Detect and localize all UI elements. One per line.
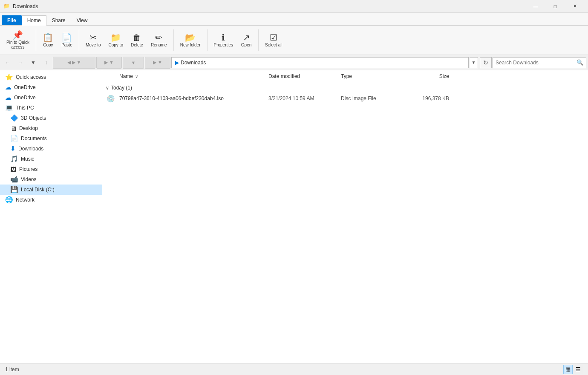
sidebar-item-3d-objects[interactable]: 🔷 3D Objects (0, 113, 102, 123)
recent-locations-button[interactable]: ▼ (27, 57, 39, 69)
sidebar-item-videos[interactable]: 📹 Videos (0, 174, 102, 185)
network-icon: 🌐 (5, 196, 13, 204)
maximize-button[interactable]: □ (545, 0, 565, 13)
ribbon-sep-3 (173, 29, 174, 51)
main-layout: ⭐ Quick access ☁ OneDrive ☁ OneDrive 💻 T… (0, 70, 588, 363)
sidebar-item-onedrive1[interactable]: ☁ OneDrive (0, 82, 102, 92)
col-header-name[interactable]: Name ∨ (102, 73, 268, 79)
onedrive2-icon: ☁ (5, 94, 12, 101)
address-path[interactable]: ▶ Downloads (171, 57, 469, 68)
file-size: 196,378 KB (405, 95, 456, 101)
tab-home[interactable]: Home (22, 15, 46, 26)
this-pc-icon: 💻 (5, 104, 13, 112)
onedrive1-icon: ☁ (5, 84, 12, 91)
sidebar-label-network: Network (16, 197, 35, 203)
group-chevron: ∨ (106, 85, 109, 91)
sidebar-item-this-pc[interactable]: 💻 This PC (0, 103, 102, 113)
history-btn-2[interactable]: ▶ ▼ (96, 57, 122, 69)
3d-objects-icon: 🔷 (10, 114, 18, 122)
details-view-button[interactable]: ▦ (563, 365, 573, 374)
item-count: 1 item (5, 366, 19, 372)
sidebar-label-3d-objects: 3D Objects (21, 115, 46, 121)
col-header-date[interactable]: Date modified (268, 73, 341, 79)
sidebar-item-documents[interactable]: 📄 Documents (0, 133, 102, 144)
sidebar-item-music[interactable]: 🎵 Music (0, 154, 102, 164)
sidebar-item-pictures[interactable]: 🖼 Pictures (0, 164, 102, 174)
list-view-button[interactable]: ☰ (574, 365, 583, 374)
forward-button[interactable]: → (14, 57, 26, 69)
sidebar-label-onedrive1: OneDrive (14, 84, 36, 90)
sidebar-item-downloads[interactable]: ⬇ Downloads (0, 144, 102, 154)
copy-to-button[interactable]: 📁 Copy to (106, 31, 126, 49)
history-btn-4[interactable]: ▶ ▼ (145, 57, 170, 69)
new-folder-button[interactable]: 📂 New folder (177, 31, 204, 49)
documents-icon: 📄 (10, 135, 18, 142)
rename-icon: ✏ (155, 33, 162, 42)
sidebar-label-onedrive2: OneDrive (14, 95, 36, 101)
select-all-icon: ☑ (270, 33, 277, 42)
history-btn-1[interactable]: ◀ ▶ ▼ (53, 57, 95, 69)
content-area: Name ∨ Date modified Type Size ∨ Today (… (102, 70, 588, 363)
sidebar-label-videos: Videos (21, 176, 36, 182)
minimize-button[interactable]: — (526, 0, 545, 13)
sidebar-item-local-disk[interactable]: 💾 Local Disk (C:) (0, 185, 102, 195)
sidebar-item-quick-access[interactable]: ⭐ Quick access (0, 72, 102, 82)
paste-button[interactable]: 📄 Paste (58, 31, 75, 49)
status-bar: 1 item ▦ ☰ (0, 363, 588, 375)
title-bar-text: Downloads (13, 3, 526, 9)
address-bar: ← → ▼ ↑ ◀ ▶ ▼ ▶ ▼ ▼ ▶ ▼ ▶ Downloads ▼ ↻ … (0, 55, 588, 70)
move-to-button[interactable]: ✂ Move to (83, 31, 104, 49)
pin-icon: 📌 (12, 31, 23, 39)
search-box: 🔍 (493, 57, 586, 68)
sidebar-label-quick-access: Quick access (16, 74, 46, 80)
sidebar-label-desktop: Desktop (19, 125, 38, 131)
col-header-size[interactable]: Size (405, 73, 456, 79)
select-all-button[interactable]: ☑ Select all (262, 31, 285, 49)
col-header-type[interactable]: Type (341, 73, 405, 79)
group-today[interactable]: ∨ Today (1) (102, 82, 588, 93)
tab-file[interactable]: File (2, 15, 22, 25)
table-row[interactable]: 💿 70798a47-3610-4103-aa06-bdbef230dab4.i… (102, 93, 588, 104)
tab-view[interactable]: View (71, 15, 93, 25)
downloads-icon: ⬇ (10, 145, 16, 153)
sidebar: ⭐ Quick access ☁ OneDrive ☁ OneDrive 💻 T… (0, 70, 102, 363)
open-button[interactable]: ↗ Open (238, 31, 255, 49)
back-button[interactable]: ← (2, 57, 14, 69)
refresh-button[interactable]: ↻ (480, 57, 492, 68)
ribbon-sep-1 (36, 29, 36, 51)
close-button[interactable]: ✕ (565, 0, 585, 13)
sidebar-label-this-pc: This PC (16, 105, 34, 111)
file-name: 70798a47-3610-4103-aa06-bdbef230dab4.iso (119, 95, 268, 101)
delete-button[interactable]: 🗑 Delete (128, 31, 146, 49)
tab-share[interactable]: Share (46, 15, 71, 25)
file-type: Disc Image File (341, 95, 405, 101)
title-bar-controls: — □ ✕ (526, 0, 585, 13)
search-input[interactable] (496, 60, 576, 66)
videos-icon: 📹 (10, 176, 18, 183)
sidebar-label-downloads: Downloads (18, 146, 43, 152)
sidebar-label-music: Music (21, 156, 34, 162)
local-disk-icon: 💾 (10, 186, 18, 193)
sidebar-item-network[interactable]: 🌐 Network (0, 195, 102, 205)
open-icon: ↗ (243, 33, 250, 42)
properties-button[interactable]: ℹ Properties (211, 31, 236, 49)
ribbon-sep-5 (258, 29, 259, 51)
history-btn-3[interactable]: ▼ (123, 57, 144, 69)
path-arrow: ▶ (175, 60, 179, 66)
sidebar-item-desktop[interactable]: 🖥 Desktop (0, 123, 102, 133)
copy-to-icon: 📁 (110, 33, 121, 42)
path-label: Downloads (181, 60, 206, 66)
sidebar-item-onedrive2[interactable]: ☁ OneDrive (0, 92, 102, 103)
address-dropdown-btn[interactable]: ▼ (470, 57, 478, 68)
pin-to-quick-access-button[interactable]: 📌 Pin to Quick access (3, 29, 32, 52)
ribbon-tabs: File Home Share View (0, 13, 588, 26)
copy-icon: 📋 (43, 33, 53, 42)
up-button[interactable]: ↑ (40, 57, 52, 69)
name-sort-arrow: ∨ (135, 74, 138, 79)
title-bar: 📁 Downloads — □ ✕ (0, 0, 588, 13)
sidebar-label-local-disk: Local Disk (C:) (21, 187, 55, 193)
rename-button[interactable]: ✏ Rename (148, 31, 170, 49)
music-icon: 🎵 (10, 155, 18, 163)
group-label: Today (1) (111, 85, 132, 91)
copy-button[interactable]: 📋 Copy (40, 31, 57, 49)
